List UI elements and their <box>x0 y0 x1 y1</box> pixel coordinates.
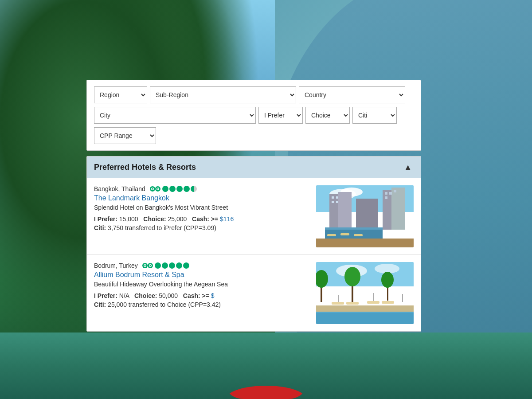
svg-rect-34 <box>316 262 414 286</box>
svg-rect-50 <box>346 302 359 305</box>
choice-label-bkk: Choice: <box>143 215 166 223</box>
citi-label-bod: Citi: <box>94 301 106 308</box>
iprefer-value-bkk: 15,000 <box>119 215 138 223</box>
city-select[interactable]: City Bangkok Bodrum <box>94 107 256 124</box>
star-b-1 <box>155 262 161 269</box>
svg-rect-26 <box>340 233 349 235</box>
svg-rect-48 <box>402 294 403 302</box>
svg-rect-14 <box>332 196 334 199</box>
cpp-range-select[interactable]: CPP Range 1.0-2.0 2.0-3.0 3.0-4.0 <box>94 127 156 144</box>
iprefer-value-bod: N/A <box>119 292 129 299</box>
star-b-5 <box>183 262 189 269</box>
svg-rect-55 <box>316 305 414 312</box>
svg-point-42 <box>381 272 394 288</box>
svg-point-32 <box>144 265 145 266</box>
tripadvisor-rating-bodrum <box>142 262 189 269</box>
hotel-name-link-bangkok[interactable]: The Landmark Bangkok <box>94 194 309 202</box>
hotel-image-bangkok <box>316 185 414 247</box>
country-select[interactable]: Country Thailand Turkey <box>299 86 405 103</box>
hotel-image-bodrum <box>316 262 414 324</box>
hotel-info-bodrum: Bodrum, Turkey <box>94 262 309 324</box>
choice-select[interactable]: Choice 25,000 50,000 <box>305 107 350 124</box>
choice-value-bod: 50,000 <box>159 292 178 299</box>
svg-rect-16 <box>332 201 334 203</box>
results-panel: Preferred Hotels & Resorts ▲ Bangkok, Th… <box>86 156 421 332</box>
svg-point-5 <box>157 188 158 190</box>
iprefer-select[interactable]: I Prefer 5,000 10,000 <box>258 107 303 124</box>
citi-value-bod: 25,000 transferred to Choice (CPP=3.42) <box>108 301 221 308</box>
stars-bodrum <box>155 262 189 269</box>
cash-link-bod[interactable]: $ <box>211 292 215 299</box>
svg-point-40 <box>344 267 360 286</box>
tripadvisor-icon-bodrum <box>142 262 153 269</box>
svg-rect-27 <box>354 234 363 236</box>
location-text-bodrum: Bodrum, Turkey <box>94 262 138 269</box>
hotel-name-link-bodrum[interactable]: Allium Bodrum Resort & Spa <box>94 271 309 279</box>
svg-rect-52 <box>382 301 394 304</box>
collapse-button[interactable]: ▲ <box>402 163 414 172</box>
star-b-2 <box>162 262 168 269</box>
hotel-citi-bangkok: Citi: 3,750 transferred to iPrefer (CPP=… <box>94 224 309 231</box>
svg-rect-24 <box>316 239 414 247</box>
hotel-entry-bangkok: Bangkok, Thailand <box>87 178 421 255</box>
star-3 <box>176 186 183 192</box>
iprefer-label-bod: I Prefer: <box>94 292 117 299</box>
svg-rect-10 <box>338 192 352 230</box>
tripadvisor-icon-bangkok <box>150 185 160 192</box>
cash-label-bod: Cash: >= <box>183 292 209 299</box>
hotel-desc-bodrum: Beautiful Hideaway Overlooking the Aegea… <box>94 281 309 288</box>
region-select[interactable]: Region Asia Europe Americas <box>94 86 147 103</box>
svg-rect-25 <box>327 234 336 236</box>
svg-point-33 <box>149 265 151 266</box>
star-b-3 <box>169 262 175 269</box>
choice-value-bkk: 25,000 <box>168 215 187 223</box>
results-title: Preferred Hotels & Resorts <box>94 163 196 172</box>
hotel-location-bodrum: Bodrum, Turkey <box>94 262 309 269</box>
filter-box: Region Asia Europe Americas Sub-Region S… <box>86 80 421 151</box>
svg-rect-19 <box>389 192 392 195</box>
star-b-4 <box>176 262 182 269</box>
results-header: Preferred Hotels & Resorts ▲ <box>87 156 421 178</box>
svg-rect-18 <box>385 192 387 195</box>
star-4 <box>184 186 190 192</box>
svg-point-4 <box>152 188 153 190</box>
svg-rect-23 <box>325 227 383 230</box>
svg-rect-11 <box>356 199 378 230</box>
filter-row-3: CPP Range 1.0-2.0 2.0-3.0 3.0-4.0 <box>94 127 414 144</box>
citi-value-bkk: 3,750 transferred to iPrefer (CPP=3.09) <box>108 224 216 231</box>
stars-bangkok <box>162 186 197 192</box>
svg-rect-13 <box>391 188 405 230</box>
subregion-select[interactable]: Sub-Region Southeast Asia East Asia <box>150 86 296 103</box>
location-text-bangkok: Bangkok, Thailand <box>94 185 145 192</box>
iprefer-label-bkk: I Prefer: <box>94 215 117 223</box>
hotel-pricing-bodrum: I Prefer: N/A Choice: 50,000 Cash: >= $ <box>94 292 309 299</box>
svg-rect-17 <box>336 201 338 203</box>
choice-label-bod: Choice: <box>134 292 157 299</box>
svg-rect-20 <box>385 196 387 199</box>
hotel-image-svg-bodrum <box>316 262 414 324</box>
hotel-info-bangkok: Bangkok, Thailand <box>94 185 309 247</box>
main-content: Region Asia Europe Americas Sub-Region S… <box>86 80 421 332</box>
star-half <box>191 186 197 192</box>
svg-rect-15 <box>336 196 338 199</box>
filter-row-1: Region Asia Europe Americas Sub-Region S… <box>94 86 414 103</box>
svg-rect-21 <box>394 190 396 192</box>
svg-rect-49 <box>332 302 344 305</box>
citi-label-bkk: Citi: <box>94 224 106 231</box>
hotel-desc-bangkok: Splendid Hotel on Bangkok's Most Vibrant… <box>94 204 309 211</box>
svg-rect-51 <box>367 301 379 304</box>
hotel-citi-bodrum: Citi: 25,000 transferred to Choice (CPP=… <box>94 301 309 308</box>
hotel-image-svg-bangkok <box>316 185 414 247</box>
hotel-pricing-bangkok: I Prefer: 15,000 Choice: 25,000 Cash: >=… <box>94 215 309 223</box>
cash-link-bkk[interactable]: $116 <box>220 215 234 223</box>
cash-label-bkk: Cash: >= <box>192 215 218 223</box>
hotel-location-bangkok: Bangkok, Thailand <box>94 185 309 192</box>
filter-row-2: City Bangkok Bodrum I Prefer 5,000 10,00… <box>94 107 414 124</box>
tripadvisor-rating-bangkok <box>150 185 197 192</box>
star-1 <box>162 186 168 192</box>
citi-select[interactable]: Citi 1,000 2,500 <box>352 107 397 124</box>
hotel-entry-bodrum: Bodrum, Turkey <box>87 255 421 331</box>
star-2 <box>169 186 176 192</box>
